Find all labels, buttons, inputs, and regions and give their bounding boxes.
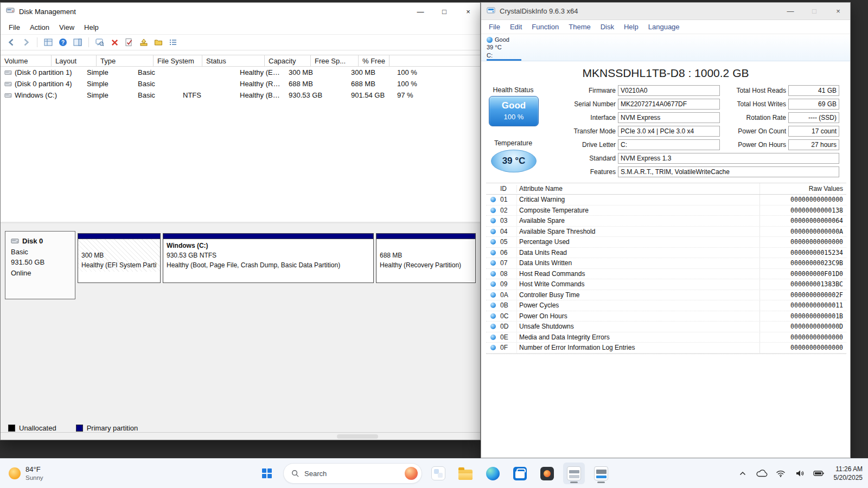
info-field-value[interactable]: NVM Express 1.3 xyxy=(618,153,839,164)
delete-volume-icon[interactable] xyxy=(109,37,120,48)
tray-expand-icon[interactable] xyxy=(737,466,749,481)
health-status-button[interactable]: Good 100 % xyxy=(489,96,539,126)
volume-icon[interactable] xyxy=(794,466,806,481)
close-button[interactable]: × xyxy=(456,3,480,20)
menu-item[interactable]: Disk xyxy=(596,21,619,33)
volume-list-header: VolumeLayoutTypeFile SystemStatusCapacit… xyxy=(1,55,480,67)
console-tree-icon[interactable] xyxy=(43,37,54,48)
volume-row[interactable]: Windows (C:) Simple Basic NTFS Healthy (… xyxy=(1,89,480,101)
smart-attribute-row[interactable]: 07 Data Units Written 00000000023C9B xyxy=(486,258,846,269)
info-field-value[interactable]: S.M.A.R.T., TRIM, VolatileWriteCache xyxy=(618,166,839,177)
column-header[interactable]: Layout xyxy=(52,55,97,66)
wifi-icon[interactable] xyxy=(775,466,787,481)
smart-attribute-row[interactable]: 03 Available Spare 00000000000064 xyxy=(486,216,846,227)
column-header[interactable]: Capacity xyxy=(265,55,311,66)
volume-row[interactable]: (Disk 0 partition 1) Simple Basic Health… xyxy=(1,67,480,78)
column-header[interactable]: File System xyxy=(154,55,202,66)
info-field-value[interactable]: 69 GB xyxy=(788,99,839,110)
info-field-value[interactable]: PCIe 3.0 x4 | PCIe 3.0 x4 xyxy=(618,126,720,137)
menu-item[interactable]: Help xyxy=(619,21,643,33)
smart-attribute-row[interactable]: 0B Power Cycles 00000000000011 xyxy=(486,300,846,311)
search-input[interactable]: Search xyxy=(283,463,422,484)
export-icon[interactable] xyxy=(138,37,149,48)
taskbar-app-file-explorer[interactable] xyxy=(455,463,476,484)
menu-item[interactable]: File xyxy=(4,22,25,33)
menu-item[interactable]: File xyxy=(484,21,505,33)
info-field-value[interactable]: C: xyxy=(618,139,720,150)
taskbar-app-edge[interactable] xyxy=(482,463,503,484)
partition-windows-c[interactable]: Windows (C:) 930.53 GB NTFS Healthy (Boo… xyxy=(163,233,374,283)
info-field-value[interactable]: 41 GB xyxy=(788,85,839,96)
smart-attribute-row[interactable]: 09 Host Write Commands 000000001383BC xyxy=(486,279,846,290)
maximize-button[interactable]: □ xyxy=(432,3,456,20)
column-header[interactable]: Free Sp... xyxy=(311,55,359,66)
info-field-label: Interface xyxy=(540,114,616,121)
taskbar-app-photos[interactable] xyxy=(536,463,558,484)
disk-management-titlebar[interactable]: Disk Management — □ × xyxy=(1,3,480,20)
battery-icon[interactable] xyxy=(813,466,825,481)
taskbar-app-microsoft-store[interactable] xyxy=(509,463,531,484)
drive-tab-c[interactable]: Good 39 °C C: xyxy=(487,36,526,61)
properties-list-icon[interactable] xyxy=(168,37,178,48)
folder-icon[interactable] xyxy=(153,37,164,48)
menu-item[interactable]: Action xyxy=(25,22,54,33)
microsoft-store-icon xyxy=(513,467,527,480)
info-field-value[interactable]: 27 hours xyxy=(788,139,839,150)
menu-item[interactable]: Edit xyxy=(505,21,527,33)
info-field-value[interactable]: V0210A0 xyxy=(618,85,720,96)
weather-widget[interactable]: 84°F Sunny xyxy=(3,459,49,488)
crystaldiskinfo-titlebar[interactable]: CrystalDiskInfo 9.6.3 x64 — □ × xyxy=(481,3,850,20)
taskbar-app-crystaldiskinfo[interactable] xyxy=(590,463,612,484)
help-icon[interactable]: ? xyxy=(58,37,68,48)
action-pane-icon[interactable] xyxy=(72,37,83,48)
taskbar-app-widgets[interactable] xyxy=(427,463,449,484)
smart-name-header: Attribute Name xyxy=(516,185,760,192)
column-header[interactable]: Volume xyxy=(1,55,52,66)
horizontal-scrollbar[interactable] xyxy=(337,434,378,439)
menu-item[interactable]: Function xyxy=(527,21,564,33)
info-field-value[interactable]: 17 count xyxy=(788,126,839,137)
minimize-button[interactable]: — xyxy=(409,3,432,20)
smart-attribute-row[interactable]: 04 Available Spare Threshold 00000000000… xyxy=(486,227,846,237)
health-status-value: Good xyxy=(489,100,538,111)
forward-icon[interactable] xyxy=(21,37,31,48)
start-button[interactable] xyxy=(256,463,278,484)
taskbar-app-disk-management[interactable] xyxy=(563,463,585,484)
close-button[interactable]: × xyxy=(826,3,850,20)
attribute-raw-value: 00000000015234 xyxy=(760,248,846,258)
info-field-value[interactable]: MK22072714A0677DF xyxy=(618,99,720,110)
minimize-button[interactable]: — xyxy=(778,3,802,20)
menu-item[interactable]: Language xyxy=(643,21,685,33)
smart-attribute-row[interactable]: 02 Composite Temperature 00000000000138 xyxy=(486,206,846,216)
onedrive-cloud-icon[interactable] xyxy=(756,466,768,481)
search-highlight-icon[interactable] xyxy=(405,467,418,480)
maximize-button[interactable]: □ xyxy=(802,3,826,20)
smart-attribute-row[interactable]: 0F Number of Error Information Log Entri… xyxy=(486,343,846,354)
smart-attribute-row[interactable]: 05 Percentage Used 00000000000000 xyxy=(486,237,846,248)
smart-attribute-row[interactable]: 08 Host Read Commands 000000000F01D0 xyxy=(486,269,846,280)
column-header[interactable]: % Free xyxy=(359,55,390,66)
info-field-label: Power On Count xyxy=(720,127,786,135)
smart-attribute-row[interactable]: 0A Controller Busy Time 0000000000002F xyxy=(486,290,846,301)
column-header[interactable]: Type xyxy=(97,55,154,66)
details-dialog-icon[interactable] xyxy=(94,37,105,48)
menu-item[interactable]: View xyxy=(54,22,79,33)
smart-attribute-row[interactable]: 06 Data Units Read 00000000015234 xyxy=(486,248,846,259)
smart-attribute-row[interactable]: 01 Critical Warning 00000000000000 xyxy=(486,195,846,206)
clock[interactable]: 11:26 AM 5/20/2025 xyxy=(832,465,863,482)
volume-row[interactable]: (Disk 0 partition 4) Simple Basic Health… xyxy=(1,78,480,89)
partition-efi[interactable]: 300 MB Healthy (EFI System Partition) xyxy=(78,233,161,283)
menu-item[interactable]: Theme xyxy=(564,21,595,33)
smart-attribute-row[interactable]: 0E Media and Data Integrity Errors 00000… xyxy=(486,332,846,343)
menu-item[interactable]: Help xyxy=(79,22,104,33)
info-field-value[interactable]: NVM Express xyxy=(618,112,720,123)
back-icon[interactable] xyxy=(6,37,17,48)
disk0-info-box[interactable]: Disk 0 Basic 931.50 GB Online xyxy=(5,231,75,299)
temperature-indicator[interactable]: 39 °C xyxy=(491,150,537,172)
smart-attribute-row[interactable]: 0C Power On Hours 0000000000001B xyxy=(486,311,846,322)
column-header[interactable]: Status xyxy=(202,55,265,66)
check-document-icon[interactable] xyxy=(124,37,135,48)
info-field-value[interactable]: ---- (SSD) xyxy=(788,112,839,123)
partition-recovery[interactable]: 688 MB Healthy (Recovery Partition) xyxy=(376,233,476,283)
smart-attribute-row[interactable]: 0D Unsafe Shutdowns 0000000000000D xyxy=(486,322,846,332)
